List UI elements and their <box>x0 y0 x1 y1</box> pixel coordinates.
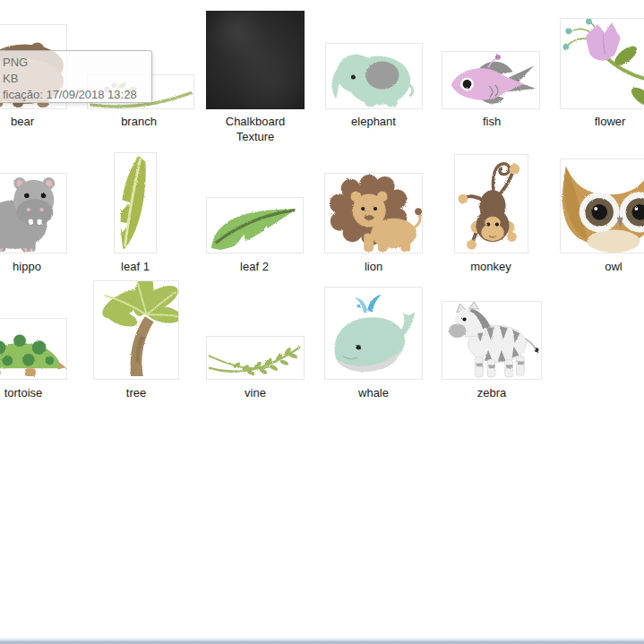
file-thumbnail <box>324 287 423 380</box>
file-thumbnail <box>454 154 528 253</box>
file-thumbnail <box>206 336 305 380</box>
file-thumbnail <box>0 318 67 380</box>
file-label: fish <box>438 114 545 129</box>
file-tile-whale[interactable] <box>324 287 423 380</box>
file-label: leaf 2 <box>201 259 308 274</box>
file-thumbnail <box>324 173 423 253</box>
file-thumbnail <box>93 280 179 380</box>
file-label: hippo <box>0 259 81 274</box>
file-thumbnail <box>442 51 540 109</box>
tooltip-line-size: KB <box>3 71 146 87</box>
file-tile-chalkboard[interactable] <box>206 11 305 109</box>
file-thumbnail <box>206 197 304 253</box>
file-tile-lion[interactable] <box>324 173 423 253</box>
file-label: Chalkboard Texture <box>210 114 300 144</box>
taskbar-edge[interactable] <box>0 637 644 644</box>
tooltip-line-modified: ficação: 17/09/2018 13:28 <box>3 87 146 103</box>
file-label: tortoise <box>0 385 77 400</box>
file-label: tree <box>82 385 190 400</box>
file-tile-monkey[interactable] <box>454 154 528 253</box>
file-label: whale <box>320 385 427 400</box>
file-tile-fish[interactable] <box>442 51 540 109</box>
file-thumbnail <box>560 18 644 109</box>
file-tile-owl[interactable] <box>560 159 644 253</box>
file-tooltip: PNG KB ficação: 17/09/2018 13:28 <box>0 50 152 103</box>
file-tile-zebra[interactable] <box>442 301 542 380</box>
file-thumbnail <box>442 301 542 380</box>
file-thumbnail <box>325 43 423 109</box>
file-label: vine <box>202 385 309 400</box>
file-thumbnail <box>206 11 305 109</box>
file-thumbnail <box>560 159 644 253</box>
tooltip-line-type: PNG <box>3 55 146 71</box>
file-tile-tortoise[interactable] <box>0 318 67 380</box>
file-tile-flower[interactable] <box>560 18 644 109</box>
file-label: lion <box>320 259 427 274</box>
file-thumbnail <box>114 152 157 253</box>
file-tile-elephant[interactable] <box>325 43 423 109</box>
file-tile-leaf2[interactable] <box>206 197 304 253</box>
file-label: elephant <box>320 114 427 129</box>
file-thumbnail <box>0 173 67 253</box>
file-label: bear <box>0 114 76 129</box>
file-tile-tree[interactable] <box>93 280 179 380</box>
file-tile-vine[interactable] <box>206 336 305 380</box>
file-label: monkey <box>437 259 545 274</box>
file-label: branch <box>85 114 193 129</box>
explorer-content-area: bear branchChalkboard Texture elephant f… <box>0 0 644 644</box>
file-label: leaf 1 <box>82 259 189 274</box>
file-label: zebra <box>438 385 545 400</box>
file-label: flower <box>556 114 644 129</box>
file-tile-leaf1[interactable] <box>114 152 157 253</box>
file-label: owl <box>560 259 644 274</box>
file-tile-hippo[interactable] <box>0 173 67 253</box>
